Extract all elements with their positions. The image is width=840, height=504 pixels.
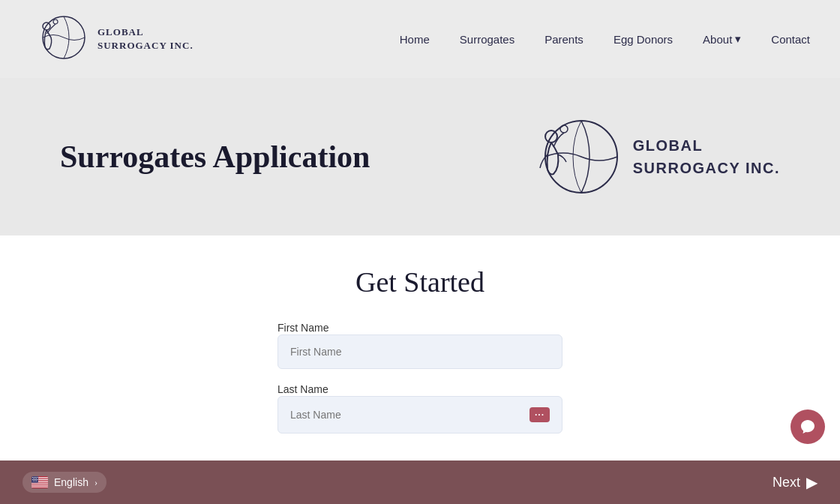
svg-point-21 xyxy=(32,479,33,480)
nav-contact[interactable]: Contact xyxy=(771,33,810,46)
svg-point-26 xyxy=(34,480,35,481)
first-name-label: First Name xyxy=(278,322,328,334)
svg-point-16 xyxy=(35,477,36,478)
language-label: English xyxy=(54,476,88,488)
first-name-input[interactable] xyxy=(290,346,550,358)
svg-point-18 xyxy=(33,478,34,478)
svg-point-25 xyxy=(33,480,34,481)
svg-point-17 xyxy=(37,477,38,478)
next-arrow-icon: ▶ xyxy=(806,473,818,491)
nav-surrogates[interactable]: Surrogates xyxy=(460,33,514,46)
logo-icon xyxy=(30,11,90,68)
hero-section: Surrogates Application GLOBAL SURROGACY … xyxy=(0,78,840,236)
hero-logo: GLOBAL SURROGACY INC. xyxy=(525,108,780,206)
last-name-label: Last Name xyxy=(278,383,328,395)
nav-about[interactable]: About ▾ xyxy=(703,32,741,46)
form-section: Get Started First Name Last Name ··· xyxy=(0,236,840,462)
svg-point-24 xyxy=(37,479,38,480)
svg-point-5 xyxy=(560,125,568,133)
svg-point-22 xyxy=(34,479,34,480)
logo-area[interactable]: GLOBAL SURROGACY INC. xyxy=(30,11,194,68)
chevron-right-icon: › xyxy=(94,477,98,488)
last-name-input-wrapper[interactable]: ··· xyxy=(278,396,562,434)
nav-egg-donors[interactable]: Egg Donors xyxy=(614,33,673,46)
svg-point-14 xyxy=(32,477,33,478)
chat-button[interactable] xyxy=(790,410,825,444)
svg-point-23 xyxy=(35,479,36,480)
bottom-bar: English › Next ▶ xyxy=(0,460,840,504)
svg-point-2 xyxy=(53,20,58,24)
svg-rect-11 xyxy=(32,484,48,485)
nav-parents[interactable]: Parents xyxy=(544,33,584,46)
us-flag-icon xyxy=(32,476,48,488)
next-label: Next xyxy=(772,475,800,490)
logo-text: GLOBAL SURROGACY INC. xyxy=(98,26,194,52)
input-dots-icon: ··· xyxy=(530,407,550,422)
svg-rect-12 xyxy=(32,487,48,488)
svg-rect-10 xyxy=(32,483,48,484)
hero-logo-icon xyxy=(525,108,622,206)
last-name-field: Last Name ··· xyxy=(278,382,562,434)
svg-point-27 xyxy=(36,480,37,481)
first-name-field: First Name xyxy=(278,321,562,369)
language-selector[interactable]: English › xyxy=(22,472,106,493)
hero-logo-text: GLOBAL SURROGACY INC. xyxy=(633,134,780,179)
page-title: Surrogates Application xyxy=(60,139,370,175)
chevron-down-icon: ▾ xyxy=(735,32,741,46)
svg-point-20 xyxy=(36,478,37,478)
chat-icon xyxy=(800,418,816,435)
main-nav: Home Surrogates Parents Egg Donors About… xyxy=(400,32,810,46)
svg-point-19 xyxy=(34,478,35,478)
svg-point-15 xyxy=(34,477,34,478)
form-heading: Get Started xyxy=(356,266,484,298)
last-name-input[interactable] xyxy=(290,409,530,421)
first-name-input-wrapper[interactable] xyxy=(278,334,562,369)
next-button[interactable]: Next ▶ xyxy=(772,473,818,491)
site-header: GLOBAL SURROGACY INC. Home Surrogates Pa… xyxy=(0,0,840,78)
nav-home[interactable]: Home xyxy=(400,33,430,46)
